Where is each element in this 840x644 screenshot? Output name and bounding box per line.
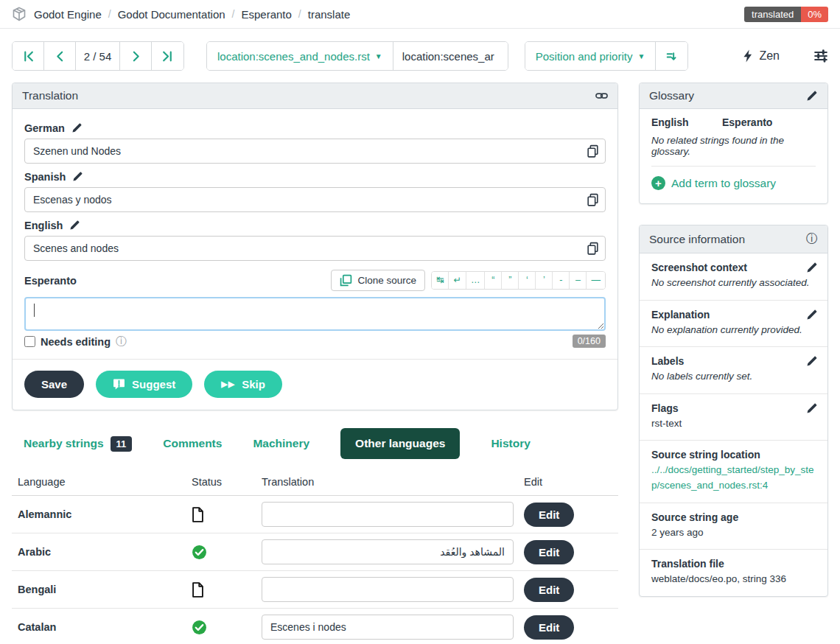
section-label: Source string location bbox=[651, 449, 816, 461]
tab-comments[interactable]: Comments bbox=[163, 437, 222, 450]
breadcrumb-page[interactable]: translate bbox=[308, 8, 351, 21]
glossary-column-english: English bbox=[651, 116, 722, 128]
skip-to-first-icon bbox=[22, 50, 35, 63]
sort-dropdown-button[interactable]: Position and priority▼ bbox=[525, 42, 657, 70]
section-value: 2 years ago bbox=[651, 525, 816, 540]
caret-down-icon: ▼ bbox=[375, 52, 382, 60]
insert-left-double-quote-button[interactable]: “ bbox=[485, 272, 502, 289]
language-translation-field[interactable] bbox=[262, 615, 514, 640]
translated-label: translated bbox=[744, 7, 801, 22]
add-term-to-glossary-link[interactable]: + Add term to glossary bbox=[651, 176, 776, 190]
clone-icon bbox=[340, 274, 352, 287]
pencil-icon bbox=[72, 171, 83, 182]
pagination-group: 2 / 54 bbox=[12, 41, 184, 71]
insert-tab-button[interactable]: ↹ bbox=[432, 272, 449, 289]
translation-panel: Translation German bbox=[12, 83, 618, 410]
section-label: Explanation bbox=[651, 309, 816, 321]
translated-progress-badge: translated 0% bbox=[744, 7, 828, 22]
needs-editing-checkbox[interactable] bbox=[24, 336, 35, 347]
language-name: Catalan bbox=[18, 621, 192, 633]
edit-arabic-button[interactable]: Edit bbox=[524, 540, 574, 564]
zen-mode-button[interactable]: Zen bbox=[743, 49, 780, 63]
pencil-icon bbox=[71, 122, 83, 133]
edit-german-button[interactable] bbox=[70, 121, 84, 135]
info-icon: ⓘ bbox=[806, 231, 818, 247]
english-translation-field[interactable] bbox=[24, 236, 606, 261]
german-translation-field[interactable] bbox=[24, 139, 606, 164]
needs-editing-label: Needs editing bbox=[41, 336, 111, 348]
chevron-right-icon bbox=[130, 50, 142, 63]
tab-other-languages[interactable]: Other languages bbox=[340, 428, 460, 459]
language-translation-field[interactable] bbox=[262, 502, 514, 527]
screenshot-context-section: Screenshot context No screenshot current… bbox=[640, 253, 827, 301]
sort-direction-button[interactable] bbox=[656, 42, 687, 70]
section-label: Screenshot context bbox=[651, 262, 816, 273]
search-filter-group: location:scenes_and_nodes.rst▼ bbox=[206, 41, 508, 71]
spanish-translation-field[interactable] bbox=[24, 187, 606, 212]
filter-dropdown-button[interactable]: location:scenes_and_nodes.rst▼ bbox=[207, 42, 393, 70]
edit-spanish-button[interactable] bbox=[71, 169, 85, 183]
permalink-button[interactable] bbox=[595, 91, 608, 101]
language-translation-field[interactable] bbox=[262, 539, 514, 564]
edit-explanation-button[interactable] bbox=[806, 309, 818, 321]
insert-left-single-quote-button[interactable]: ‘ bbox=[519, 272, 536, 289]
insert-right-double-quote-button[interactable]: ” bbox=[502, 272, 519, 289]
insert-newline-button[interactable]: ↵ bbox=[449, 272, 466, 289]
section-value: rst-text bbox=[651, 416, 816, 431]
glossary-column-esperanto: Esperanto bbox=[722, 116, 772, 128]
search-input[interactable] bbox=[393, 42, 508, 70]
flags-section: Flags rst-text bbox=[640, 394, 827, 441]
edit-flags-button[interactable] bbox=[806, 402, 818, 414]
edit-screenshot-context-button[interactable] bbox=[806, 262, 818, 273]
skip-button[interactable]: ▶▶ Skip bbox=[204, 371, 282, 398]
source-string-location-section: Source string location ../../docs/gettin… bbox=[640, 441, 827, 503]
clone-source-button[interactable]: Clone source bbox=[331, 270, 425, 291]
column-header-status: Status bbox=[192, 476, 262, 488]
breadcrumb-separator bbox=[108, 8, 111, 20]
first-string-button[interactable] bbox=[13, 42, 44, 70]
translate-toolbar: 2 / 54 location:scenes_and_nodes.rst▼ Po… bbox=[0, 29, 840, 83]
next-string-button[interactable] bbox=[120, 42, 152, 70]
edit-catalan-button[interactable]: Edit bbox=[524, 615, 574, 640]
section-label: Source string age bbox=[651, 511, 816, 523]
esperanto-translation-textarea[interactable] bbox=[24, 297, 606, 331]
breadcrumb-project[interactable]: Godot Engine bbox=[34, 8, 102, 21]
glossary-empty-message: No related strings found in the glossary… bbox=[651, 135, 816, 157]
pencil-icon bbox=[806, 90, 818, 102]
breadcrumb-language[interactable]: Esperanto bbox=[241, 8, 291, 21]
section-value: No labels currently set. bbox=[651, 369, 816, 384]
pencil-icon bbox=[806, 355, 818, 367]
insert-right-single-quote-button[interactable]: ’ bbox=[536, 272, 553, 289]
insert-ellipsis-button[interactable]: … bbox=[466, 272, 486, 289]
language-name: Arabic bbox=[18, 546, 192, 558]
previous-string-button[interactable] bbox=[44, 42, 76, 70]
breadcrumb: Godot Engine Godot Documentation Esperan… bbox=[0, 0, 840, 29]
edit-english-button[interactable] bbox=[68, 218, 82, 232]
insert-em-dash-button[interactable]: — bbox=[587, 272, 605, 289]
source-string-location-link[interactable]: ../../docs/getting_started/step_by_step/… bbox=[651, 464, 814, 490]
insert-en-dash-button[interactable]: – bbox=[570, 272, 587, 289]
edit-glossary-button[interactable] bbox=[806, 90, 818, 102]
breadcrumb-separator bbox=[232, 8, 235, 20]
needs-editing-control: Needs editing ⓘ bbox=[24, 335, 127, 349]
settings-button[interactable] bbox=[813, 49, 828, 63]
insert-hyphen-button[interactable]: - bbox=[553, 272, 570, 289]
suggest-button[interactable]: Suggest bbox=[96, 371, 192, 398]
save-button[interactable]: Save bbox=[24, 371, 84, 398]
translation-panel-title: Translation bbox=[22, 89, 78, 102]
edit-labels-button[interactable] bbox=[806, 355, 818, 367]
edit-bengali-button[interactable]: Edit bbox=[524, 578, 574, 602]
copy-english-button[interactable] bbox=[585, 240, 601, 257]
copy-spanish-button[interactable] bbox=[585, 192, 601, 209]
language-translation-field[interactable] bbox=[262, 577, 514, 602]
tab-history[interactable]: History bbox=[491, 437, 530, 450]
tab-machinery[interactable]: Machinery bbox=[253, 437, 309, 450]
copy-german-button[interactable] bbox=[585, 143, 601, 160]
other-languages-table: Language Status Translation Edit Alemann… bbox=[12, 470, 618, 644]
labels-section: Labels No labels currently set. bbox=[640, 347, 827, 394]
source-language-name: English bbox=[24, 220, 63, 231]
last-string-button[interactable] bbox=[152, 42, 183, 70]
breadcrumb-component[interactable]: Godot Documentation bbox=[118, 8, 225, 21]
tab-nearby-strings[interactable]: Nearby strings 11 bbox=[24, 436, 132, 452]
edit-alemannic-button[interactable]: Edit bbox=[524, 503, 574, 527]
